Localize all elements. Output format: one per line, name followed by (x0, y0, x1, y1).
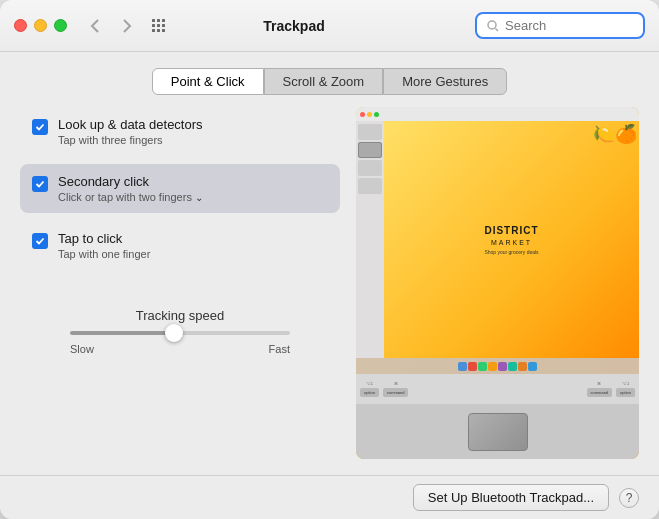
minimize-button[interactable] (34, 19, 47, 32)
svg-rect-4 (157, 24, 160, 27)
preview-district-text: DISTRICTMARKET (484, 225, 538, 247)
svg-rect-8 (162, 29, 165, 32)
preview-close-dot (360, 112, 365, 117)
option-tap-to-click-title: Tap to click (58, 231, 150, 246)
svg-line-10 (496, 28, 499, 31)
key-group-option-left: ⌥1 option (360, 381, 379, 397)
dock-icon-5 (498, 362, 507, 371)
svg-rect-0 (152, 19, 155, 22)
dock-icon-1 (458, 362, 467, 371)
svg-rect-5 (162, 24, 165, 27)
preview-menubar (356, 107, 639, 121)
option-secondary-click-text: Secondary click Click or tap with two fi… (58, 174, 203, 203)
dock-icon-7 (518, 362, 527, 371)
option-lookup: Look up & data detectors Tap with three … (20, 107, 340, 156)
svg-rect-7 (157, 29, 160, 32)
svg-rect-6 (152, 29, 155, 32)
nav-buttons (81, 16, 141, 36)
option-tap-to-click-text: Tap to click Tap with one finger (58, 231, 150, 260)
key-group-option-right: ⌥1 option (616, 381, 635, 397)
secondary-click-dropdown-arrow[interactable]: ⌄ (195, 192, 203, 203)
options-panel: Look up & data detectors Tap with three … (20, 107, 340, 459)
preview-subtitle-text: Shop your grocery deals (484, 249, 538, 255)
preview-max-dot (374, 112, 379, 117)
search-box[interactable] (475, 12, 645, 39)
svg-point-9 (488, 21, 496, 29)
checkbox-tap-to-click[interactable] (32, 233, 48, 249)
checkbox-lookup[interactable] (32, 119, 48, 135)
preview-main: 🍋🍊 DISTRICTMARKET Shop your grocery deal… (384, 121, 639, 358)
grid-button[interactable] (145, 12, 173, 40)
option-secondary-click-subtitle: Click or tap with two fingers ⌄ (58, 191, 203, 203)
titlebar: Trackpad (0, 0, 659, 52)
window: Trackpad Point & Click Scroll & Zoom Mor… (0, 0, 659, 519)
preview-dock (356, 358, 639, 374)
tab-point-click[interactable]: Point & Click (152, 68, 264, 95)
dock-icon-4 (488, 362, 497, 371)
dock-icon-2 (468, 362, 477, 371)
preview-thumb-1 (358, 124, 382, 140)
preview-panel: 🍋🍊 DISTRICTMARKET Shop your grocery deal… (356, 107, 639, 459)
forward-button[interactable] (113, 16, 141, 36)
slider-thumb[interactable] (165, 324, 183, 342)
traffic-lights (14, 19, 67, 32)
content: Point & Click Scroll & Zoom More Gesture… (0, 52, 659, 475)
bottom-bar: Set Up Bluetooth Trackpad... ? (0, 475, 659, 519)
preview-image: 🍋🍊 DISTRICTMARKET Shop your grocery deal… (356, 107, 639, 459)
bluetooth-setup-button[interactable]: Set Up Bluetooth Trackpad... (413, 484, 609, 511)
option-lookup-text: Look up & data detectors Tap with three … (58, 117, 203, 146)
slider-labels: Slow Fast (70, 343, 290, 355)
preview-thumb-3 (358, 160, 382, 176)
tracking-section: Tracking speed Slow Fast (20, 308, 340, 355)
key-group-command-left: ⌘ command (383, 381, 409, 397)
option-tap-to-click-subtitle: Tap with one finger (58, 248, 150, 260)
key-group-command-right: ⌘ command (587, 381, 613, 397)
preview-content: 🍋🍊 DISTRICTMARKET Shop your grocery deal… (356, 121, 639, 358)
preview-keyboard: ⌥1 option ⌘ command ⌘ command (356, 374, 639, 404)
slider-slow-label: Slow (70, 343, 94, 355)
help-button[interactable]: ? (619, 488, 639, 508)
tab-more-gestures[interactable]: More Gestures (383, 68, 507, 95)
tracking-label: Tracking speed (136, 308, 224, 323)
main-area: Look up & data detectors Tap with three … (20, 107, 639, 459)
preview-thumb-4 (358, 178, 382, 194)
preview-trackpad-area (356, 404, 639, 459)
close-button[interactable] (14, 19, 27, 32)
dock-icon-6 (508, 362, 517, 371)
checkbox-secondary-click[interactable] (32, 176, 48, 192)
slider-fast-label: Fast (269, 343, 290, 355)
search-icon (487, 20, 499, 32)
svg-rect-1 (157, 19, 160, 22)
back-button[interactable] (81, 16, 109, 36)
option-secondary-click: Secondary click Click or tap with two fi… (20, 164, 340, 213)
preview-min-dot (367, 112, 372, 117)
preview-thumb-2 (358, 142, 382, 158)
option-tap-to-click: Tap to click Tap with one finger (20, 221, 340, 270)
option-lookup-title: Look up & data detectors (58, 117, 203, 132)
preview-lemons-emoji: 🍋🍊 (593, 123, 637, 145)
search-input[interactable] (505, 18, 633, 33)
tab-bar: Point & Click Scroll & Zoom More Gesture… (20, 68, 639, 95)
preview-sidebar (356, 121, 384, 358)
svg-rect-3 (152, 24, 155, 27)
slider-track[interactable] (70, 331, 290, 335)
tab-scroll-zoom[interactable]: Scroll & Zoom (264, 68, 384, 95)
dock-icon-3 (478, 362, 487, 371)
preview-trackpad (468, 413, 528, 451)
option-secondary-click-title: Secondary click (58, 174, 203, 189)
maximize-button[interactable] (54, 19, 67, 32)
slider-wrap (70, 331, 290, 335)
dock-icon-8 (528, 362, 537, 371)
option-lookup-subtitle: Tap with three fingers (58, 134, 203, 146)
svg-rect-2 (162, 19, 165, 22)
